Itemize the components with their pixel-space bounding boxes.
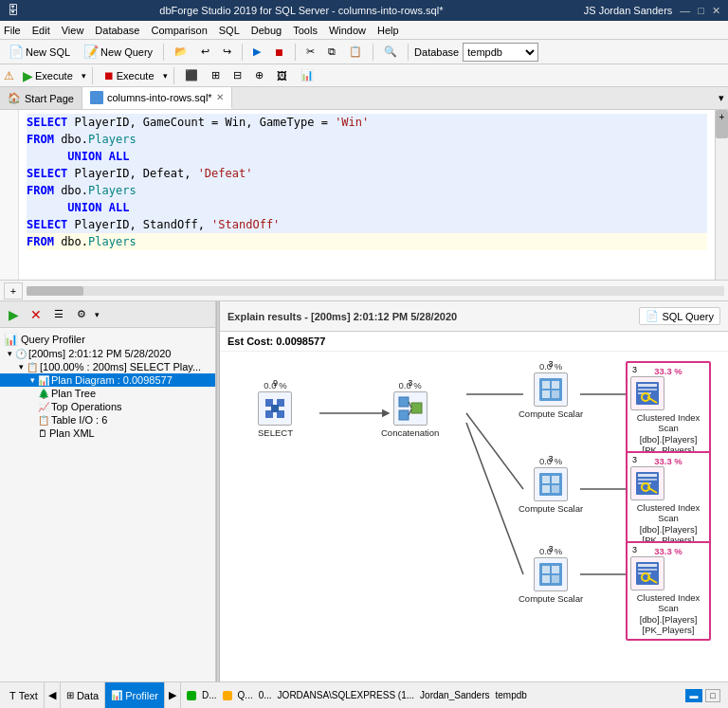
toolbar-exec-btn5[interactable]: 🖼 — [272, 68, 292, 83]
toolbar-btn3[interactable]: ↪ — [218, 43, 236, 61]
toolbar-btn2[interactable]: ↩ — [196, 43, 214, 61]
add-row-btn[interactable]: + — [4, 282, 23, 300]
run-icon: ▶ — [253, 45, 261, 58]
profiler-tab[interactable]: 📊 Profiler — [105, 682, 165, 708]
scan1-node: 33.3 % 3 — [626, 361, 711, 461]
new-sql-button[interactable]: 📄 New SQL — [4, 42, 75, 62]
menu-window[interactable]: Window — [329, 25, 366, 36]
svg-rect-46 — [638, 569, 657, 571]
hscrollbar[interactable] — [27, 286, 724, 296]
hscroll-thumb[interactable] — [27, 286, 83, 296]
database-selector[interactable]: tempdb — [463, 43, 538, 62]
toolbar-exec-btn4[interactable]: ⊕ — [250, 67, 268, 83]
tree-plan-diagram-item[interactable]: ▾ 📊 Plan Diagram : 0.0098577 — [0, 373, 215, 387]
tree-arrow-3: ▾ — [27, 375, 38, 385]
profiler-settings-btn[interactable]: ⚙ — [72, 305, 91, 324]
profiler-stop-btn[interactable]: ✕ — [27, 305, 46, 324]
menu-sql[interactable]: SQL — [219, 25, 240, 36]
toolbar-btn1[interactable]: 📂 — [170, 43, 192, 61]
toolbar-exec-btn1[interactable]: ⬛ — [180, 67, 203, 83]
sep7 — [173, 67, 174, 84]
svg-rect-32 — [552, 485, 559, 493]
scroll-up[interactable]: + — [718, 112, 726, 121]
sep6 — [92, 67, 93, 84]
menu-debug[interactable]: Debug — [251, 25, 282, 36]
tree-plan-xml-item[interactable]: 🗒 Plan XML — [0, 427, 215, 440]
close-btn[interactable]: ✕ — [712, 5, 720, 17]
scan2-num: 3 — [632, 455, 637, 464]
toolbar-exec-btn2[interactable]: ⊞ — [207, 67, 225, 83]
tabbar: 🏠 Start Page columns-into-rows.sql* ✕ ▾ — [0, 87, 728, 110]
menu-file[interactable]: File — [4, 25, 21, 36]
toolbar-btn9[interactable]: 🔍 — [379, 43, 402, 61]
tab-active-file[interactable]: columns-into-rows.sql* ✕ — [82, 87, 232, 109]
tab-start-page[interactable]: 🏠 Start Page — [0, 87, 82, 109]
scroll-right-btn[interactable]: ▶ — [165, 682, 181, 708]
data-tab[interactable]: ⊞ Data — [61, 682, 105, 708]
toolbar-btn5[interactable]: ⏹ — [269, 44, 289, 61]
profiler-btn-dropdown[interactable]: ▾ — [95, 310, 100, 319]
status-db-btn1[interactable]: ▬ — [685, 689, 702, 702]
db-info: tempdb — [496, 690, 527, 700]
scan1-icon — [635, 381, 660, 406]
execute-button[interactable]: ▶ Execute — [18, 66, 78, 85]
editor-content[interactable]: SELECT PlayerID, GameCount = Win, GameTy… — [19, 110, 715, 280]
close-tab-icon[interactable]: ✕ — [216, 92, 224, 102]
text-tab[interactable]: T Text — [4, 682, 45, 708]
select-label: SELECT — [258, 427, 293, 438]
zero-indicator: 0... — [259, 690, 272, 700]
green-indicator — [187, 691, 196, 700]
tree-table-io-item[interactable]: 📋 Table I/O : 6 — [0, 413, 215, 427]
menu-help[interactable]: Help — [377, 25, 399, 36]
scan3-icon-box — [630, 556, 664, 590]
start-page-icon: 🏠 — [8, 92, 21, 104]
scan1-icon-box — [630, 376, 664, 410]
menu-tools[interactable]: Tools — [293, 25, 318, 36]
scan3-node: 33.3 % 3 — [626, 541, 711, 641]
exec-dropdown[interactable]: ▾ — [82, 71, 86, 81]
tab-dropdown[interactable]: ▾ — [715, 87, 728, 109]
menu-view[interactable]: View — [62, 25, 84, 36]
profiler-tree: 📊 Query Profiler ▾ 🕐 [200ms] 2:01:12 PM … — [0, 328, 215, 681]
new-query-button[interactable]: 📝 New Query — [79, 42, 157, 62]
scan1-highlight: 33.3 % 3 — [626, 361, 711, 461]
toolbar-btn7[interactable]: ⧉ — [323, 43, 340, 61]
sql-query-button[interactable]: 📄 SQL Query — [639, 307, 720, 325]
scan1-num: 3 — [632, 365, 637, 374]
compute2-node: 0.0 % 3 Compute — [519, 456, 583, 514]
connection-info: JORDANSA\SQLEXPRESS (1... — [278, 690, 415, 700]
toolbar-btn8[interactable]: 📋 — [344, 43, 367, 61]
select-grid-icon — [264, 397, 286, 420]
plan-diagram-area: 0.0 % 9 — [220, 352, 728, 681]
stop-execute-button[interactable]: ⏹ Execute — [99, 67, 159, 84]
toolbar: 📄 New SQL 📝 New Query 📂 ↩ ↪ ▶ ⏹ ✂ ⧉ 📋 🔍 … — [0, 40, 728, 64]
tree-plan-tree-item[interactable]: 🌲 Plan Tree — [0, 387, 215, 400]
menu-comparison[interactable]: Comparison — [151, 25, 207, 36]
profiler-btn3[interactable]: ☰ — [49, 305, 68, 324]
explain-header: Explain results - [200ms] 2:01:12 PM 5/2… — [220, 301, 728, 332]
exec-icon1: ⬛ — [185, 69, 198, 82]
scroll-left-btn[interactable]: ◀ — [45, 682, 61, 708]
menu-database[interactable]: Database — [95, 25, 139, 36]
toolbar-exec-btn6[interactable]: 📊 — [296, 67, 318, 83]
editor-vscrollbar[interactable]: + — [715, 110, 728, 280]
profiler-tab-icon: 📊 — [111, 690, 122, 700]
maximize-btn[interactable]: □ — [698, 5, 704, 17]
tree-root-item[interactable]: ▾ 🕐 [200ms] 2:01:12 PM 5/28/2020 — [0, 347, 215, 360]
toolbar-btn4[interactable]: ▶ — [248, 43, 265, 61]
toolbar-btn6[interactable]: ✂ — [301, 43, 319, 61]
tree-top-ops-item[interactable]: 📈 Top Operations — [0, 400, 215, 413]
undo-icon: ↩ — [201, 45, 209, 58]
tree-child1-item[interactable]: ▾ 📋 [100.00% : 200ms] SELECT Play... — [0, 360, 215, 373]
menu-edit[interactable]: Edit — [32, 25, 50, 36]
scan3-pct: 33.3 % — [630, 546, 706, 556]
exec-dropdown2[interactable]: ▾ — [163, 71, 168, 81]
minimize-btn[interactable]: — — [680, 5, 690, 17]
exec-icon2: ⊞ — [211, 69, 220, 82]
exec-icon6: 📊 — [300, 69, 314, 82]
compute2-icon — [538, 472, 563, 497]
status-db-btn2[interactable]: □ — [705, 689, 720, 702]
editor-area: SELECT PlayerID, GameCount = Win, GameTy… — [0, 110, 728, 281]
profiler-run-btn[interactable]: ▶ — [4, 305, 23, 324]
toolbar-exec-btn3[interactable]: ⊟ — [228, 67, 246, 83]
